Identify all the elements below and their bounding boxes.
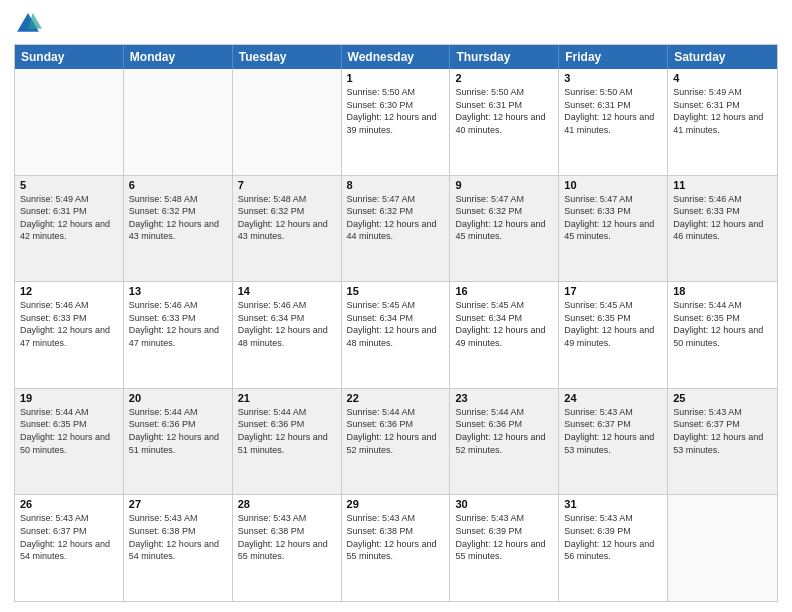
- day-number: 13: [129, 285, 227, 297]
- calendar-cell: [124, 69, 233, 175]
- calendar-cell: 24Sunrise: 5:43 AM Sunset: 6:37 PM Dayli…: [559, 389, 668, 495]
- calendar-cell: 26Sunrise: 5:43 AM Sunset: 6:37 PM Dayli…: [15, 495, 124, 601]
- day-info: Sunrise: 5:48 AM Sunset: 6:32 PM Dayligh…: [238, 193, 336, 243]
- day-number: 18: [673, 285, 772, 297]
- day-number: 8: [347, 179, 445, 191]
- calendar-cell: 13Sunrise: 5:46 AM Sunset: 6:33 PM Dayli…: [124, 282, 233, 388]
- calendar-cell: 25Sunrise: 5:43 AM Sunset: 6:37 PM Dayli…: [668, 389, 777, 495]
- calendar-cell: 3Sunrise: 5:50 AM Sunset: 6:31 PM Daylig…: [559, 69, 668, 175]
- calendar-cell: 16Sunrise: 5:45 AM Sunset: 6:34 PM Dayli…: [450, 282, 559, 388]
- day-number: 20: [129, 392, 227, 404]
- calendar-header-cell: Wednesday: [342, 45, 451, 69]
- day-info: Sunrise: 5:44 AM Sunset: 6:35 PM Dayligh…: [20, 406, 118, 456]
- calendar-cell: 30Sunrise: 5:43 AM Sunset: 6:39 PM Dayli…: [450, 495, 559, 601]
- day-number: 24: [564, 392, 662, 404]
- calendar-cell: 21Sunrise: 5:44 AM Sunset: 6:36 PM Dayli…: [233, 389, 342, 495]
- day-number: 3: [564, 72, 662, 84]
- calendar-cell: 11Sunrise: 5:46 AM Sunset: 6:33 PM Dayli…: [668, 176, 777, 282]
- day-number: 15: [347, 285, 445, 297]
- calendar-header-cell: Thursday: [450, 45, 559, 69]
- logo-icon: [14, 10, 42, 38]
- day-number: 11: [673, 179, 772, 191]
- calendar-cell: 1Sunrise: 5:50 AM Sunset: 6:30 PM Daylig…: [342, 69, 451, 175]
- day-number: 31: [564, 498, 662, 510]
- calendar-header-cell: Sunday: [15, 45, 124, 69]
- day-info: Sunrise: 5:43 AM Sunset: 6:38 PM Dayligh…: [347, 512, 445, 562]
- calendar-header-cell: Tuesday: [233, 45, 342, 69]
- day-info: Sunrise: 5:45 AM Sunset: 6:35 PM Dayligh…: [564, 299, 662, 349]
- calendar-cell: 20Sunrise: 5:44 AM Sunset: 6:36 PM Dayli…: [124, 389, 233, 495]
- day-info: Sunrise: 5:43 AM Sunset: 6:39 PM Dayligh…: [455, 512, 553, 562]
- day-info: Sunrise: 5:44 AM Sunset: 6:36 PM Dayligh…: [455, 406, 553, 456]
- calendar-cell: 28Sunrise: 5:43 AM Sunset: 6:38 PM Dayli…: [233, 495, 342, 601]
- day-info: Sunrise: 5:46 AM Sunset: 6:33 PM Dayligh…: [673, 193, 772, 243]
- day-number: 7: [238, 179, 336, 191]
- day-info: Sunrise: 5:50 AM Sunset: 6:31 PM Dayligh…: [455, 86, 553, 136]
- calendar-cell: 4Sunrise: 5:49 AM Sunset: 6:31 PM Daylig…: [668, 69, 777, 175]
- calendar-cell: 12Sunrise: 5:46 AM Sunset: 6:33 PM Dayli…: [15, 282, 124, 388]
- day-info: Sunrise: 5:49 AM Sunset: 6:31 PM Dayligh…: [20, 193, 118, 243]
- day-info: Sunrise: 5:43 AM Sunset: 6:39 PM Dayligh…: [564, 512, 662, 562]
- calendar-header-cell: Monday: [124, 45, 233, 69]
- calendar-cell: 7Sunrise: 5:48 AM Sunset: 6:32 PM Daylig…: [233, 176, 342, 282]
- day-number: 10: [564, 179, 662, 191]
- day-number: 22: [347, 392, 445, 404]
- day-info: Sunrise: 5:47 AM Sunset: 6:32 PM Dayligh…: [347, 193, 445, 243]
- calendar-week: 12Sunrise: 5:46 AM Sunset: 6:33 PM Dayli…: [15, 282, 777, 389]
- day-info: Sunrise: 5:47 AM Sunset: 6:33 PM Dayligh…: [564, 193, 662, 243]
- day-info: Sunrise: 5:46 AM Sunset: 6:34 PM Dayligh…: [238, 299, 336, 349]
- day-info: Sunrise: 5:47 AM Sunset: 6:32 PM Dayligh…: [455, 193, 553, 243]
- calendar-cell: 29Sunrise: 5:43 AM Sunset: 6:38 PM Dayli…: [342, 495, 451, 601]
- day-number: 14: [238, 285, 336, 297]
- day-number: 12: [20, 285, 118, 297]
- calendar-cell: [15, 69, 124, 175]
- calendar-cell: 17Sunrise: 5:45 AM Sunset: 6:35 PM Dayli…: [559, 282, 668, 388]
- calendar-cell: 14Sunrise: 5:46 AM Sunset: 6:34 PM Dayli…: [233, 282, 342, 388]
- day-info: Sunrise: 5:43 AM Sunset: 6:37 PM Dayligh…: [564, 406, 662, 456]
- calendar-cell: 31Sunrise: 5:43 AM Sunset: 6:39 PM Dayli…: [559, 495, 668, 601]
- day-number: 5: [20, 179, 118, 191]
- day-info: Sunrise: 5:43 AM Sunset: 6:37 PM Dayligh…: [673, 406, 772, 456]
- calendar-header-cell: Friday: [559, 45, 668, 69]
- day-info: Sunrise: 5:50 AM Sunset: 6:30 PM Dayligh…: [347, 86, 445, 136]
- calendar-header-cell: Saturday: [668, 45, 777, 69]
- day-number: 27: [129, 498, 227, 510]
- calendar-cell: 6Sunrise: 5:48 AM Sunset: 6:32 PM Daylig…: [124, 176, 233, 282]
- day-number: 17: [564, 285, 662, 297]
- calendar-body: 1Sunrise: 5:50 AM Sunset: 6:30 PM Daylig…: [15, 69, 777, 601]
- calendar-cell: 23Sunrise: 5:44 AM Sunset: 6:36 PM Dayli…: [450, 389, 559, 495]
- calendar-cell: 9Sunrise: 5:47 AM Sunset: 6:32 PM Daylig…: [450, 176, 559, 282]
- day-info: Sunrise: 5:43 AM Sunset: 6:37 PM Dayligh…: [20, 512, 118, 562]
- day-number: 9: [455, 179, 553, 191]
- day-info: Sunrise: 5:44 AM Sunset: 6:35 PM Dayligh…: [673, 299, 772, 349]
- calendar: SundayMondayTuesdayWednesdayThursdayFrid…: [14, 44, 778, 602]
- day-number: 25: [673, 392, 772, 404]
- day-number: 6: [129, 179, 227, 191]
- day-number: 2: [455, 72, 553, 84]
- logo: [14, 10, 46, 38]
- day-number: 19: [20, 392, 118, 404]
- calendar-cell: 22Sunrise: 5:44 AM Sunset: 6:36 PM Dayli…: [342, 389, 451, 495]
- day-info: Sunrise: 5:44 AM Sunset: 6:36 PM Dayligh…: [129, 406, 227, 456]
- day-info: Sunrise: 5:46 AM Sunset: 6:33 PM Dayligh…: [20, 299, 118, 349]
- day-number: 30: [455, 498, 553, 510]
- day-number: 21: [238, 392, 336, 404]
- calendar-cell: 15Sunrise: 5:45 AM Sunset: 6:34 PM Dayli…: [342, 282, 451, 388]
- day-info: Sunrise: 5:45 AM Sunset: 6:34 PM Dayligh…: [455, 299, 553, 349]
- day-info: Sunrise: 5:43 AM Sunset: 6:38 PM Dayligh…: [129, 512, 227, 562]
- day-info: Sunrise: 5:48 AM Sunset: 6:32 PM Dayligh…: [129, 193, 227, 243]
- calendar-cell: 8Sunrise: 5:47 AM Sunset: 6:32 PM Daylig…: [342, 176, 451, 282]
- calendar-cell: 19Sunrise: 5:44 AM Sunset: 6:35 PM Dayli…: [15, 389, 124, 495]
- day-number: 26: [20, 498, 118, 510]
- calendar-cell: 5Sunrise: 5:49 AM Sunset: 6:31 PM Daylig…: [15, 176, 124, 282]
- day-info: Sunrise: 5:50 AM Sunset: 6:31 PM Dayligh…: [564, 86, 662, 136]
- calendar-cell: 27Sunrise: 5:43 AM Sunset: 6:38 PM Dayli…: [124, 495, 233, 601]
- day-info: Sunrise: 5:44 AM Sunset: 6:36 PM Dayligh…: [238, 406, 336, 456]
- day-number: 28: [238, 498, 336, 510]
- calendar-cell: 10Sunrise: 5:47 AM Sunset: 6:33 PM Dayli…: [559, 176, 668, 282]
- calendar-cell: [668, 495, 777, 601]
- calendar-week: 19Sunrise: 5:44 AM Sunset: 6:35 PM Dayli…: [15, 389, 777, 496]
- day-info: Sunrise: 5:44 AM Sunset: 6:36 PM Dayligh…: [347, 406, 445, 456]
- page: SundayMondayTuesdayWednesdayThursdayFrid…: [0, 0, 792, 612]
- day-number: 23: [455, 392, 553, 404]
